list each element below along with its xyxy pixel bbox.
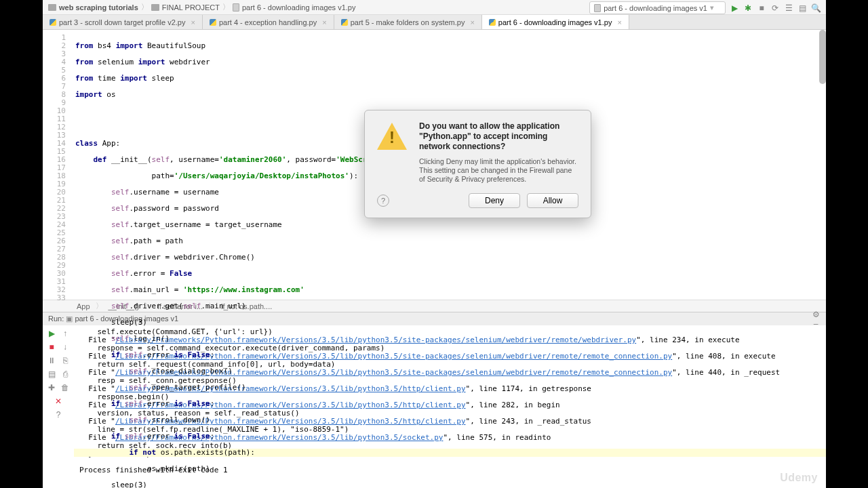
warning-icon: ! xyxy=(377,121,410,154)
chevron-right-icon: 〉 xyxy=(222,2,230,12)
up-icon[interactable]: ↑ xyxy=(60,328,71,339)
python-file-icon xyxy=(341,19,348,26)
close-icon[interactable]: × xyxy=(191,18,195,26)
toolbar-icon[interactable]: ☰ xyxy=(784,3,793,13)
dialog-message: Clicking Deny may limit the application'… xyxy=(419,157,578,184)
run-tool-column: ▶↑ ■↓ ⏸⎘ ▤⎙ ✚🗑 ✕ ? xyxy=(43,325,74,488)
stop-button[interactable]: ■ xyxy=(757,3,766,13)
editor-tab[interactable]: part 4 - exception handling.py× xyxy=(203,15,334,29)
udemy-watermark: Udemy xyxy=(780,472,818,484)
editor-tab-active[interactable]: part 6 - downloading images v1.py× xyxy=(482,15,629,29)
line-number-gutter: 1234567891011121314151617181920212223242… xyxy=(43,30,74,300)
close-icon[interactable]: × xyxy=(470,18,474,26)
toolbar-icon[interactable]: ⟳ xyxy=(770,3,780,13)
dialog-title: Do you want to allow the application "Py… xyxy=(419,121,578,152)
allow-button[interactable]: Allow xyxy=(527,193,578,208)
deny-button[interactable]: Deny xyxy=(469,193,520,208)
editor-tab[interactable]: part 3 - scroll down target profile v2.p… xyxy=(43,15,203,29)
trash-icon[interactable]: 🗑 xyxy=(60,382,71,393)
close-icon[interactable]: ✕ xyxy=(53,396,64,407)
editor-tabs: part 3 - scroll down target profile v2.p… xyxy=(43,15,826,30)
help-icon[interactable]: ? xyxy=(377,195,389,207)
toolbar-icon[interactable]: ▤ xyxy=(797,3,807,13)
chevron-down-icon: ▾ xyxy=(710,3,714,12)
python-file-icon xyxy=(210,19,216,26)
ide-window: web scraping tutorials 〉 FINAL PROJECT 〉… xyxy=(43,0,826,488)
top-toolbar: part 6 - downloading images v1 ▾ ▶ ✱ ■ ⟳… xyxy=(589,1,821,14)
search-icon[interactable]: 🔍 xyxy=(811,3,821,13)
breadcrumb-file[interactable]: part 6 - downloading images v1.py xyxy=(233,3,356,12)
close-icon[interactable]: × xyxy=(322,18,326,26)
close-icon[interactable]: × xyxy=(617,18,621,26)
folder-icon xyxy=(151,4,159,11)
breadcrumb-root[interactable]: web scraping tutorials xyxy=(48,3,138,12)
python-file-icon xyxy=(50,19,56,26)
debug-button[interactable]: ✱ xyxy=(743,3,753,13)
help-icon[interactable]: ? xyxy=(53,409,64,420)
run-config-selector[interactable]: part 6 - downloading images v1 ▾ xyxy=(589,1,726,14)
editor-tab[interactable]: part 5 - make folders on system.py× xyxy=(334,15,482,29)
export-icon[interactable]: ⎘ xyxy=(60,355,71,366)
python-file-icon xyxy=(233,3,239,12)
layout-icon[interactable]: ▤ xyxy=(46,369,57,380)
breadcrumb-bar: web scraping tutorials 〉 FINAL PROJECT 〉… xyxy=(43,0,826,15)
pin-icon[interactable]: ✚ xyxy=(46,382,57,393)
python-file-icon xyxy=(594,4,601,12)
breadcrumb-folder[interactable]: FINAL PROJECT xyxy=(151,3,220,12)
down-icon[interactable]: ↓ xyxy=(60,342,71,352)
pause-icon[interactable]: ⏸ xyxy=(46,355,57,366)
print-icon[interactable]: ⎙ xyxy=(60,369,71,380)
stop-button[interactable]: ■ xyxy=(46,342,57,352)
folder-icon xyxy=(48,4,56,11)
run-button[interactable]: ▶ xyxy=(730,3,739,13)
python-file-icon xyxy=(489,19,496,26)
chevron-right-icon: 〉 xyxy=(141,2,149,12)
firewall-dialog: ! Do you want to allow the application "… xyxy=(364,110,591,218)
rerun-button[interactable]: ▶ xyxy=(46,328,57,339)
